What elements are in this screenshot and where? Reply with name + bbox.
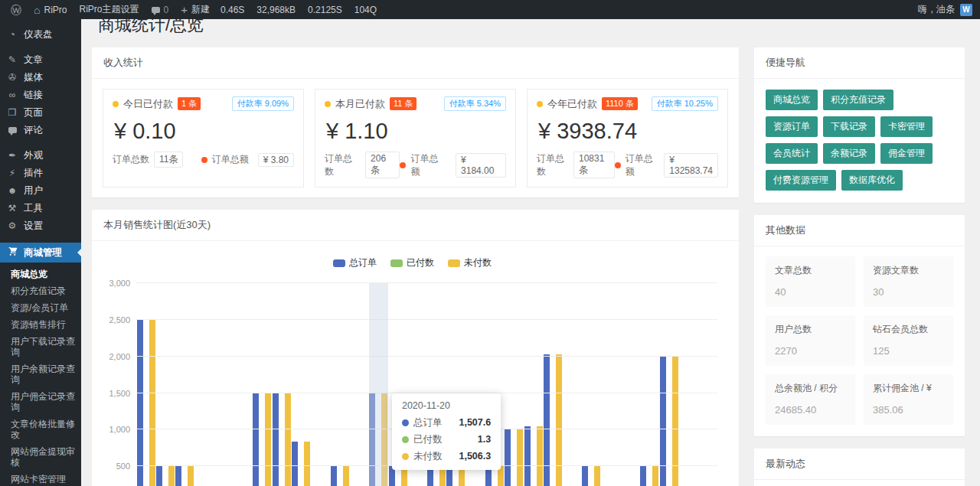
bar-group[interactable] <box>155 283 175 486</box>
sidebar-item-shop[interactable]: 商城管理 <box>0 243 81 263</box>
sales-chart-panel: 本月销售统计图(近30天) 总订单 已付数 未付数 <box>92 210 739 486</box>
bar-group[interactable] <box>505 283 524 486</box>
quick-nav-button-3[interactable]: 下载记录 <box>823 116 875 137</box>
quick-nav-button-1[interactable]: 积分充值记录 <box>823 90 893 110</box>
sidebar-item-tools[interactable]: ⚒工具 <box>0 200 81 217</box>
quick-nav-button-5[interactable]: 会员统计 <box>766 143 818 164</box>
other-data-grid: 文章总数40资源文章数30用户总数2270钻石会员总数125总余额池 / 积分2… <box>754 246 965 436</box>
income-card-footer: 订单总数10831条订单总额¥ 132583.74 <box>537 152 718 178</box>
quick-nav-button-7[interactable]: 佣金管理 <box>880 143 933 164</box>
legend-item-paid[interactable]: 已付数 <box>390 256 434 269</box>
sidebar-subitem-5[interactable]: 用户余额记录查询 <box>0 360 81 388</box>
adminbar-perf-stat-0: 0.46S <box>220 5 244 15</box>
sidebar-subitem-0[interactable]: 商城总览 <box>0 266 81 282</box>
sidebar-item-media[interactable]: ✇媒体 <box>0 69 81 86</box>
bar-group[interactable] <box>253 283 272 486</box>
bar-group[interactable] <box>601 283 620 486</box>
legend-item-total[interactable]: 总订单 <box>333 256 377 269</box>
sidebar-item-pages[interactable]: ❐页面 <box>0 104 81 122</box>
adminbar-site-link[interactable]: ⌂ RiPro <box>28 0 73 19</box>
sidebar-item-label: 工具 <box>24 204 43 214</box>
sidebar-subitem-2[interactable]: 资源/会员订单 <box>0 299 81 316</box>
quick-nav-panel: 便捷导航 商城总览积分充值记录资源订单下载记录卡密管理会员统计余额记录佣金管理付… <box>754 47 965 203</box>
adminbar-comments[interactable]: 0 <box>145 0 175 19</box>
bar-group[interactable] <box>194 283 214 486</box>
income-card-header: 今日已付款1 条付款率 9.09% <box>113 96 294 111</box>
adminbar-perf-stat-2: 0.2125S <box>308 5 342 15</box>
sidebar-subitem-9[interactable]: 网站卡密管理 <box>0 471 81 486</box>
order-sum: 订单总额¥ 132583.74 <box>615 152 718 178</box>
sidebar-subitem-1[interactable]: 积分充值记录 <box>0 282 81 299</box>
chart-gridline <box>136 319 717 320</box>
other-data-cell-4: 总余额池 / 积分24685.40 <box>766 374 855 425</box>
sidebar-subitem-4[interactable]: 用户下载记录查询 <box>0 333 81 360</box>
quick-nav-buttons: 商城总览积分充值记录资源订单下载记录卡密管理会员统计余额记录佣金管理付费资源管理… <box>754 79 965 203</box>
order-sum: 订单总额¥ 3184.00 <box>400 152 506 178</box>
bar-group[interactable] <box>543 283 562 486</box>
bar-group[interactable] <box>330 283 349 486</box>
sidebar-item-settings[interactable]: ⚙设置 <box>0 217 81 235</box>
legend-item-unpaid[interactable]: 未付数 <box>448 256 492 269</box>
adminbar-comments-count: 0 <box>164 5 169 15</box>
bar-total <box>273 393 279 486</box>
bar-group[interactable] <box>349 283 368 486</box>
bar-group[interactable] <box>640 283 659 486</box>
adminbar-new-button[interactable]: + 新建 <box>175 0 216 19</box>
chart-legend: 总订单 已付数 未付数 <box>107 256 717 269</box>
quick-nav-button-4[interactable]: 卡密管理 <box>880 116 933 137</box>
bar-group[interactable] <box>563 283 582 486</box>
quick-nav-button-8[interactable]: 付费资源管理 <box>766 170 836 191</box>
media-icon: ✇ <box>7 73 18 83</box>
bar-group[interactable] <box>311 283 330 486</box>
sidebar-item-plugins[interactable]: ⚡插件 <box>0 165 81 182</box>
bar-group[interactable] <box>524 283 543 486</box>
sidebar-item-links[interactable]: ∞链接 <box>0 86 81 104</box>
quick-nav-button-6[interactable]: 余额记录 <box>823 143 875 164</box>
bar-group[interactable] <box>659 283 678 486</box>
dashboard-icon: ◔ <box>7 30 18 40</box>
bar-group[interactable] <box>582 283 601 486</box>
quick-nav-button-9[interactable]: 数据库优化 <box>841 170 903 191</box>
bar-group[interactable] <box>620 283 639 486</box>
sidebar-item-posts[interactable]: ✎文章 <box>0 51 81 69</box>
user-avatar[interactable]: W <box>960 4 972 16</box>
wp-logo-icon[interactable]: Ⓦ <box>5 0 28 19</box>
sidebar-subitem-6[interactable]: 用户佣金记录查询 <box>0 388 81 416</box>
sidebar-item-comments[interactable]: 评论 <box>0 122 81 139</box>
sidebar-subitem-3[interactable]: 资源销售排行 <box>0 316 81 333</box>
activity-list: admin ： 购买资源 [¥ 0.10] 换算站内货币=1.002020-11… <box>754 480 965 486</box>
chart-plot[interactable]: 2020-11-20 总订单 1,507.6 已付数 1.3 <box>136 283 717 486</box>
income-amount: ¥ 3938.74 <box>538 119 718 144</box>
quick-nav-button-0[interactable]: 商城总览 <box>766 90 818 110</box>
adminbar-greeting[interactable]: 嗨，油条 <box>918 3 955 16</box>
admin-bar: Ⓦ ⌂ RiPro RiPro主题设置 0 + 新建 0.46S32,968kB… <box>0 0 980 19</box>
other-data-value: 125 <box>873 345 944 357</box>
bar-group[interactable] <box>291 283 310 486</box>
bar-group[interactable] <box>678 283 697 486</box>
other-data-label: 钻石会员总数 <box>873 323 944 336</box>
other-data-label: 累计佣金池 / ¥ <box>873 382 944 395</box>
bar-group[interactable] <box>272 283 291 486</box>
sidebar-item-appearance[interactable]: ✒外观 <box>0 147 81 165</box>
bar-group[interactable] <box>175 283 194 486</box>
yellow-dot-icon <box>113 101 119 107</box>
quick-nav-button-2[interactable]: 资源订单 <box>766 116 818 137</box>
sidebar-item-users[interactable]: ☻用户 <box>0 182 81 200</box>
activity-title: 最新动态 <box>754 448 965 480</box>
sidebar-subitem-7[interactable]: 文章价格批量修改 <box>0 416 81 443</box>
bar-group[interactable] <box>233 283 252 486</box>
sidebar: ◔仪表盘✎文章✇媒体∞链接❐页面评论✒外观⚡插件☻用户⚒工具⚙设置商城管理 商城… <box>0 19 81 486</box>
bar-group[interactable] <box>214 283 233 486</box>
orders-value: 10831条 <box>573 152 615 178</box>
links-icon: ∞ <box>7 90 18 100</box>
orders-label: 订单总数 <box>325 152 361 178</box>
bar-unpaid <box>537 426 543 486</box>
bar-group[interactable] <box>698 283 717 486</box>
adminbar-theme-settings[interactable]: RiPro主题设置 <box>73 0 145 19</box>
sidebar-item-dashboard[interactable]: ◔仪表盘 <box>0 26 81 44</box>
tooltip-dot-unpaid <box>402 453 409 460</box>
adminbar-perf-stat-3: 104Q <box>354 5 377 15</box>
other-data-cell-3: 钻石会员总数125 <box>864 315 953 366</box>
bar-group[interactable] <box>136 283 155 486</box>
sidebar-subitem-8[interactable]: 网站佣金提现审核 <box>0 443 81 471</box>
